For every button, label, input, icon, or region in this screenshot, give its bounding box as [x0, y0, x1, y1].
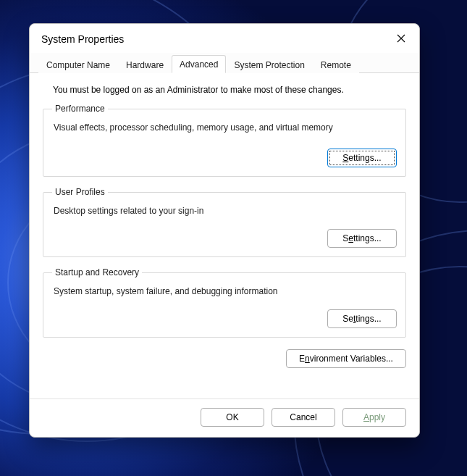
- startup-recovery-desc: System startup, system failure, and debu…: [52, 285, 397, 296]
- performance-legend: Performance: [52, 104, 108, 114]
- tab-hardware[interactable]: Hardware: [118, 56, 172, 73]
- tab-remote[interactable]: Remote: [313, 56, 359, 73]
- tab-system-protection[interactable]: System Protection: [226, 56, 312, 73]
- window-title: System Properties: [41, 33, 124, 45]
- tab-computer-name[interactable]: Computer Name: [38, 56, 118, 73]
- performance-settings-button[interactable]: Settings...: [327, 149, 397, 167]
- cancel-button[interactable]: Cancel: [272, 408, 335, 427]
- apply-button: Apply: [342, 408, 406, 427]
- ok-button[interactable]: OK: [201, 408, 264, 427]
- startup-recovery-settings-button[interactable]: Settings...: [327, 309, 397, 328]
- titlebar: System Properties: [30, 24, 419, 53]
- environment-variables-button[interactable]: Environment Variables...: [286, 349, 406, 368]
- user-profiles-group: User Profiles Desktop settings related t…: [43, 187, 406, 257]
- close-button[interactable]: [390, 29, 412, 49]
- performance-desc: Visual effects, processor scheduling, me…: [52, 121, 397, 133]
- user-profiles-settings-button[interactable]: Settings...: [327, 229, 397, 248]
- user-profiles-legend: User Profiles: [52, 187, 108, 197]
- user-profiles-desc: Desktop settings related to your sign-in: [52, 204, 397, 216]
- tab-strip: Computer Name Hardware Advanced System P…: [30, 53, 419, 73]
- dialog-footer: OK Cancel Apply: [30, 398, 419, 437]
- admin-notice: You must be logged on as an Administrato…: [43, 83, 406, 104]
- startup-recovery-legend: Startup and Recovery: [52, 267, 142, 277]
- performance-group: Performance Visual effects, processor sc…: [43, 104, 406, 177]
- system-properties-dialog: System Properties Computer Name Hardware…: [29, 23, 420, 438]
- startup-recovery-group: Startup and Recovery System startup, sys…: [43, 267, 406, 338]
- tab-advanced[interactable]: Advanced: [172, 55, 226, 73]
- close-icon: [397, 34, 405, 45]
- advanced-pane: You must be logged on as an Administrato…: [30, 73, 419, 398]
